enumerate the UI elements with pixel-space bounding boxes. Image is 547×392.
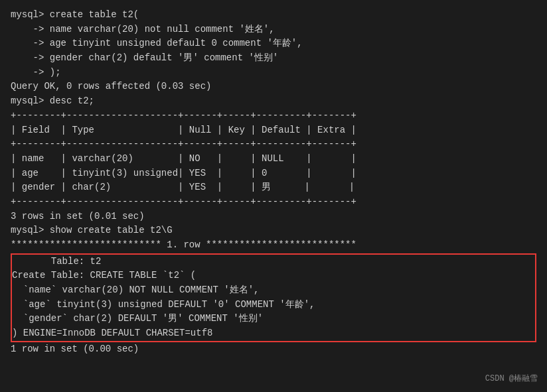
line-6: Query OK, 0 rows affected (0.03 sec) [11,80,536,94]
hl-line-4: `age` tinyint(3) unsigned DEFAULT '0' CO… [12,298,535,312]
line-3: -> age tinyint unsigned default 0 commen… [11,36,536,51]
line-1: mysql> create table t2( [11,8,536,23]
line-14: | gender | char(2) | YES | | 男 | | [11,180,536,195]
hl-line-6: ) ENGINE=InnoDB DEFAULT CHARSET=utf8 [12,326,535,341]
line-2: -> name varchar(20) not null comment '姓名… [11,23,536,37]
terminal-window: mysql> create table t2( -> name varchar(… [0,0,547,392]
line-8: mysql> desc t2; [11,94,536,109]
line-10: | Field | Type | Null | Key | Default | … [11,123,536,138]
line-12: | name | varchar(20) | NO | | NULL | | [11,152,536,166]
line-9: +--------+--------------------+------+--… [11,109,536,123]
hl-line-5: `gender` char(2) DEFAULT '男' COMMENT '性别… [12,312,535,326]
line-15: +--------+--------------------+------+--… [11,195,536,210]
line-16: 3 rows in set (0.01 sec) [11,210,536,224]
line-11: +--------+--------------------+------+--… [11,137,536,152]
hl-line-1: Table: t2 [12,255,535,269]
line-13: | age | tinyint(3) unsigned| YES | | 0 |… [11,166,536,181]
line-19: *************************** 1. row *****… [11,238,536,253]
line-4: -> gender char(2) default '男' comment '性… [11,51,536,66]
watermark: CSDN @椿融雪 [485,373,538,385]
hl-line-2: Create Table: CREATE TABLE `t2` ( [12,269,535,283]
hl-line-3: `name` varchar(20) NOT NULL COMMENT '姓名'… [12,283,535,298]
line-18: mysql> show create table t2\G [11,224,536,238]
line-5: -> ); [11,66,536,80]
highlighted-section: Table: t2 Create Table: CREATE TABLE `t2… [11,253,536,342]
footer-line: 1 row in set (0.00 sec) [11,342,536,357]
